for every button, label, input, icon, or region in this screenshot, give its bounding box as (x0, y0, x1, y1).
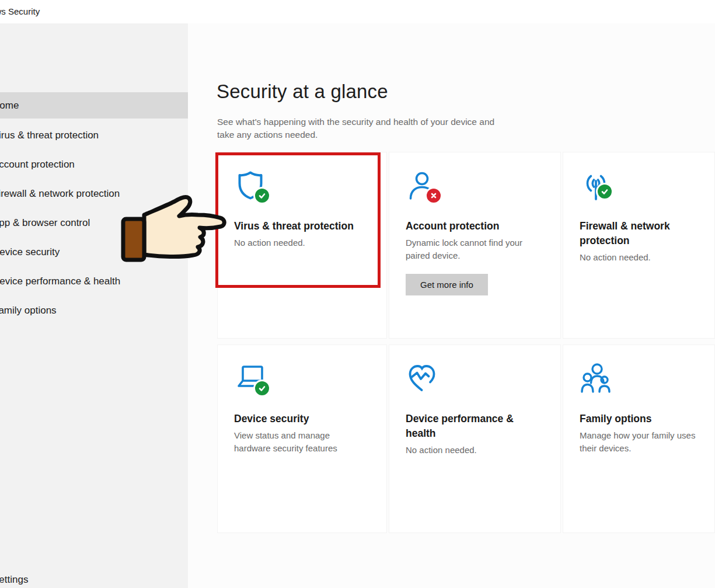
sidebar: Home Virus & threat protection Account p… (0, 23, 188, 588)
sidebar-item-home[interactable]: Home (0, 92, 188, 119)
tile-device-security[interactable]: Device security View status and manage h… (217, 345, 387, 533)
sidebar-item-settings[interactable]: Settings (0, 566, 188, 588)
tile-title: Account protection (406, 219, 544, 234)
check-badge-icon (596, 183, 613, 200)
sidebar-item-device-security[interactable]: Device security (0, 239, 188, 265)
sidebar-item-family-options[interactable]: Family options (0, 297, 188, 323)
sidebar-item-virus-threat-protection[interactable]: Virus & threat protection (0, 122, 188, 148)
sidebar-item-account-protection[interactable]: Account protection (0, 151, 188, 178)
family-icon (580, 361, 612, 394)
check-badge-icon (253, 187, 271, 204)
page-subtitle: See what's happening with the security a… (217, 116, 500, 141)
sidebar-item-device-performance-health[interactable]: Device performance & health (0, 268, 188, 294)
tile-status: Manage how your family uses their device… (580, 429, 698, 455)
tile-title: Virus & threat protection (234, 219, 370, 234)
sidebar-item-firewall-network-protection[interactable]: Firewall & network protection (0, 180, 188, 207)
tile-status: No action needed. (234, 236, 370, 249)
tile-title: Device security (234, 412, 370, 426)
tile-title: Family options (580, 412, 698, 426)
tile-title: Firewall & network protection (580, 219, 679, 248)
tile-status: Dynamic lock cannot find your paired dev… (406, 236, 539, 262)
get-more-info-button[interactable]: Get more info (406, 274, 488, 295)
check-badge-icon (253, 380, 271, 397)
titlebar: Windows Security (0, 0, 715, 23)
sidebar-item-app-browser-control[interactable]: App & browser control (0, 210, 188, 236)
health-heart-icon (406, 361, 438, 394)
window-title: Windows Security (0, 6, 40, 16)
tile-account-protection[interactable]: Account protection Dynamic lock cannot f… (389, 152, 561, 339)
tile-status: No action needed. (406, 444, 544, 457)
main-content: Security at a glance See what's happenin… (188, 23, 715, 588)
error-badge-icon (425, 187, 442, 204)
page-title: Security at a glance (217, 81, 388, 103)
tile-family-options[interactable]: Family options Manage how your family us… (563, 345, 715, 533)
tile-virus-threat-protection[interactable]: Virus & threat protection No action need… (217, 152, 387, 339)
tile-title: Device performance & health (406, 412, 519, 441)
tile-status: View status and manage hardware security… (234, 429, 350, 455)
tile-device-performance-health[interactable]: Device performance & health No action ne… (389, 345, 561, 533)
tile-firewall-network-protection[interactable]: Firewall & network protection No action … (563, 152, 715, 339)
tile-status: No action needed. (580, 251, 698, 264)
